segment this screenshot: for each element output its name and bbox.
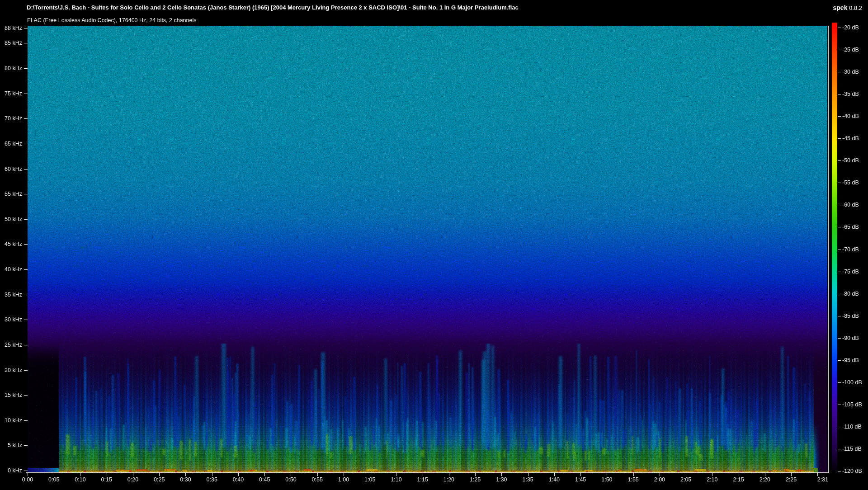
- db-tick: [838, 405, 841, 405]
- freq-label: 10 kHz: [0, 418, 22, 424]
- time-label: 1:10: [391, 476, 401, 483]
- db-tick: [838, 250, 841, 250]
- db-tick: [838, 294, 841, 294]
- db-label: -55 dB: [842, 179, 859, 186]
- time-label: 1:25: [470, 476, 481, 483]
- file-path-title: D:\Torrents\J.S. Bach - Suites for Solo …: [27, 4, 519, 11]
- time-tick: [501, 473, 502, 476]
- db-label: -65 dB: [842, 224, 859, 230]
- freq-label: 55 kHz: [0, 191, 22, 197]
- freq-tick: [24, 320, 28, 320]
- time-label: 0:45: [259, 476, 270, 483]
- time-tick: [159, 473, 160, 476]
- db-label: -85 dB: [842, 313, 859, 319]
- db-tick: [838, 72, 841, 72]
- time-label: 2:25: [786, 476, 797, 483]
- freq-tick: [24, 445, 28, 446]
- db-tick: [838, 338, 841, 339]
- db-label: -30 dB: [842, 69, 859, 75]
- db-label: -25 dB: [842, 47, 859, 53]
- db-label: -35 dB: [842, 91, 859, 97]
- freq-tick: [24, 244, 28, 245]
- time-tick: [475, 473, 476, 476]
- time-tick: [739, 473, 739, 476]
- time-label: 0:35: [207, 476, 217, 483]
- db-label: -90 dB: [842, 335, 859, 341]
- freq-label: 70 kHz: [0, 116, 22, 122]
- db-tick: [838, 138, 841, 139]
- freq-tick: [24, 194, 28, 194]
- db-label: -95 dB: [842, 357, 859, 363]
- db-label: -45 dB: [842, 135, 859, 141]
- db-colorbar-legend: [832, 23, 837, 473]
- freq-tick: [24, 118, 28, 119]
- time-tick: [633, 473, 634, 476]
- time-label: 0:10: [75, 476, 85, 483]
- db-label: -115 dB: [842, 446, 862, 452]
- freq-label: 50 kHz: [0, 217, 22, 222]
- spectrogram-plot: [28, 26, 827, 472]
- time-tick: [817, 473, 818, 476]
- time-label: 0:00: [22, 476, 33, 483]
- time-tick: [317, 473, 318, 476]
- db-tick: [838, 449, 841, 449]
- db-tick: [838, 272, 841, 272]
- freq-tick: [24, 295, 28, 295]
- time-tick: [765, 473, 765, 476]
- freq-label: 60 kHz: [0, 166, 22, 172]
- time-label: 1:05: [364, 476, 375, 483]
- freq-label: 40 kHz: [0, 267, 22, 273]
- db-tick: [838, 116, 841, 117]
- db-tick: [838, 316, 841, 316]
- time-label: 0:40: [233, 476, 244, 483]
- freq-tick: [24, 144, 28, 144]
- freq-label: 30 kHz: [0, 317, 22, 323]
- time-tick: [107, 473, 107, 476]
- time-label: 1:00: [338, 476, 349, 483]
- db-tick: [838, 183, 841, 183]
- freq-tick: [24, 28, 28, 28]
- freq-label: 25 kHz: [0, 342, 22, 348]
- db-label: -110 dB: [842, 424, 862, 430]
- db-label: -80 dB: [842, 291, 859, 297]
- time-label: 1:15: [417, 476, 428, 483]
- db-tick: [838, 50, 841, 50]
- freq-label: 85 kHz: [0, 40, 22, 46]
- freq-label: 20 kHz: [0, 367, 22, 373]
- time-label: 2:20: [760, 476, 770, 483]
- freq-tick: [24, 94, 28, 94]
- db-tick: [838, 382, 841, 383]
- freq-tick: [24, 395, 28, 396]
- freq-tick: [24, 68, 28, 69]
- time-label: 0:50: [285, 476, 296, 483]
- time-tick: [264, 473, 265, 476]
- time-label: 2:31: [817, 476, 828, 483]
- time-tick: [449, 473, 449, 476]
- db-label: -60 dB: [842, 202, 859, 208]
- time-tick: [54, 473, 54, 476]
- db-tick: [838, 360, 841, 361]
- freq-label: 88 kHz: [0, 25, 22, 31]
- freq-label: 35 kHz: [0, 292, 22, 297]
- time-label: 1:55: [627, 476, 638, 483]
- time-tick: [686, 473, 686, 476]
- time-label: 1:50: [601, 476, 612, 483]
- time-label: 0:25: [154, 476, 165, 483]
- time-tick: [660, 473, 660, 476]
- app-name: spek: [833, 4, 848, 11]
- db-label: -70 dB: [842, 246, 859, 253]
- db-label: -75 dB: [842, 269, 859, 275]
- plot-right-border: [828, 26, 829, 473]
- db-label: -40 dB: [842, 113, 859, 119]
- db-label: -120 dB: [842, 468, 862, 474]
- time-tick: [344, 473, 344, 476]
- time-label: 0:30: [180, 476, 191, 483]
- time-tick: [238, 473, 239, 476]
- freq-label: 15 kHz: [0, 392, 22, 398]
- freq-tick: [24, 471, 28, 471]
- db-tick: [838, 205, 841, 205]
- freq-label: 0 kHz: [0, 468, 22, 474]
- time-tick: [185, 473, 186, 476]
- time-label: 0:20: [127, 476, 138, 483]
- db-label: -50 dB: [842, 157, 859, 164]
